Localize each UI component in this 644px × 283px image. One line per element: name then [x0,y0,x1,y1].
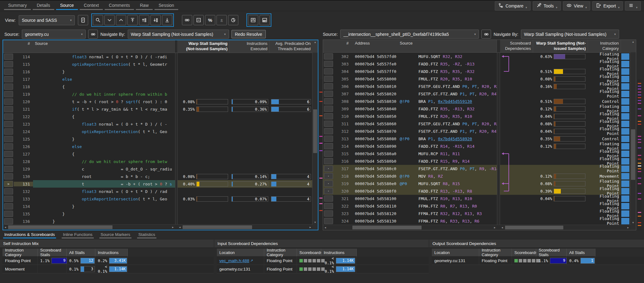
line-marker-cell[interactable]: · [323,180,334,187]
sass-instruction-cell[interactable]: FMUL.FTZ R10, R13, R10 [415,195,497,202]
source-horizontal-scrollbar[interactable]: ◄ ► [3,225,175,230]
line-marker-box[interactable] [324,128,333,134]
scrollbar-thumb[interactable] [505,226,563,229]
line-marker-cell[interactable] [323,53,334,60]
column-splitter[interactable] [175,90,178,98]
source-code-cell[interactable]: } [33,68,175,75]
scroll-left-icon[interactable]: ◄ [3,225,7,230]
line-marker-cell[interactable] [323,135,334,142]
threads-executed-column-header[interactable]: Avg. Predicated-On Threads Executed [270,40,312,53]
sass-instruction-cell[interactable]: FADD.FTZ R35, R35, -R32 [415,68,497,75]
source-code-cell[interactable]: if( t * l > ray_tmin && t * l < ray_tma [33,105,175,113]
line-marker-cell[interactable]: > [3,180,14,188]
tab-summary[interactable]: Summary [3,1,32,11]
scroll-up-icon[interactable]: ▲ [630,40,636,52]
tab-raw[interactable]: Raw [135,1,154,11]
line-marker-cell[interactable] [323,210,334,217]
column-header[interactable]: Scoreboards [297,249,321,257]
source-code-cell[interactable]: float3 normal = ( O + t * D ) / rad [33,188,175,195]
scrollbar-thumb[interactable] [183,225,252,229]
source-line-row[interactable]: 128 // do we hit outer sphere from betw [3,158,318,165]
line-marker-box[interactable] [324,151,333,157]
warp-stall-column-header[interactable]: Warp Stall Sampling (Not-issued Samples) [533,40,588,52]
line-marker-box[interactable] [4,113,13,120]
line-marker-cell[interactable] [323,195,334,202]
scoreboard-deps-column-header[interactable]: Scoreboard Dependencies [500,40,533,52]
line-marker-cell[interactable] [323,127,334,135]
line-marker-box[interactable] [4,203,13,209]
line-marker-box[interactable] [324,53,333,60]
source-code-cell[interactable]: float3 normal = ( O + t * D ) / ( -radi [33,53,175,60]
sass-source-horizontal-scrollbar[interactable]: ◄ ► [323,225,497,230]
source-line-row[interactable]: 119 // do we hit inner sphere from withi… [3,90,318,98]
collapse-icon[interactable] [193,15,204,25]
right-source-dropdown[interactable]: __intersection__sphere_shell_ptID_0xefab… [340,30,479,39]
sass-instruction-cell[interactable]: FSETP.GEU.FTZ.AND P0, PT, R20, R22, [415,120,497,127]
line-marker-cell[interactable]: · [323,172,334,180]
line-marker-cell[interactable] [3,150,14,158]
line-marker-cell[interactable]: · [323,187,334,195]
line-marker-box[interactable]: · [324,180,333,187]
pie-chart-icon[interactable] [228,15,238,25]
column-splitter[interactable] [175,195,178,203]
source-code-cell[interactable]: // do we hit inner sphere from within b [33,90,175,98]
line-marker-box[interactable] [324,143,333,149]
column-splitter[interactable] [175,68,178,75]
column-header[interactable]: Instruction Category [479,249,512,257]
column-splitter[interactable] [175,143,178,150]
column-header[interactable]: Instructions [321,249,357,257]
column-splitter[interactable] [175,158,178,165]
column-splitter[interactable] [175,98,178,105]
line-marker-box[interactable] [4,166,13,172]
source-code-cell[interactable]: { [33,113,175,120]
line-marker-box[interactable] [324,98,333,104]
sass-vertical-scrollbar[interactable]: ▼ [630,52,636,225]
line-marker-cell[interactable] [323,75,334,83]
column-splitter[interactable] [497,40,500,52]
source-code-cell[interactable]: float3 normal = ( O + t * D ) / ( - [33,120,175,128]
column-header[interactable]: All Stalls [67,249,95,257]
bottom-tab-source-markers[interactable]: Source Markers [99,231,131,238]
column-splitter[interactable] [497,150,500,157]
line-marker-cell[interactable] [3,90,14,98]
line-marker-cell[interactable] [323,98,334,105]
column-splitter[interactable] [175,180,178,188]
find-prev-icon[interactable] [116,15,126,25]
column-splitter[interactable] [497,157,500,165]
scroll-right-icon[interactable]: ► [626,225,630,230]
source-line-row[interactable]: 135 } [3,210,318,218]
line-marker-box[interactable] [324,61,333,67]
column-splitter[interactable] [497,120,500,127]
sass-instruction-cell[interactable]: MUFU.SQRT R8, R15 [415,180,497,187]
line-marker-cell[interactable] [323,90,334,98]
sass-instruction-cell[interactable]: BRA P1, 0x7bd45d559130 [415,98,497,105]
sass-source-column-header[interactable]: Source [398,40,497,52]
next-correlation-icon[interactable] [150,15,161,25]
link-panels-icon[interactable] [88,30,98,39]
panel-up-icon[interactable] [248,15,258,25]
line-marker-cell[interactable] [323,202,334,210]
line-marker-cell[interactable] [3,83,14,90]
line-marker-cell[interactable] [3,75,14,83]
line-marker-box[interactable] [4,84,13,90]
column-splitter[interactable] [497,187,500,195]
tab-context[interactable]: Context [79,1,104,11]
scroll-left-icon[interactable]: ◄ [323,225,327,230]
sass-instruction-cell[interactable]: FSETP.GT.FTZ.AND P1, PT, R20, R47, [415,127,497,135]
sass-instruction-row[interactable]: 30700007bd4 5d558020FSETP.GT.FTZ.AND P1,… [323,90,636,98]
column-splitter[interactable] [497,195,500,202]
source-line-row[interactable]: 121 if( t * l > ray_tmin && t * l < ray_… [3,105,318,113]
line-marker-box[interactable] [4,54,13,60]
column-splitter[interactable] [175,218,178,224]
column-splitter[interactable] [175,188,178,195]
bottom-tab-inline-functions[interactable]: Inline Functions [62,231,94,238]
column-splitter[interactable] [497,217,500,225]
source-line-row[interactable]: 116 } [3,68,318,75]
column-splitter[interactable] [175,113,178,120]
line-marker-box[interactable]: · [324,188,333,194]
column-header[interactable]: Scoreboard Stalls [38,249,67,257]
column-header[interactable]: Scoreboards [512,249,536,257]
source-line-row[interactable]: 132 float3 normal = ( O + t * D ) / rad [3,188,318,195]
source-line-row[interactable]: 127 { [3,150,318,158]
line-marker-cell[interactable] [323,217,334,225]
